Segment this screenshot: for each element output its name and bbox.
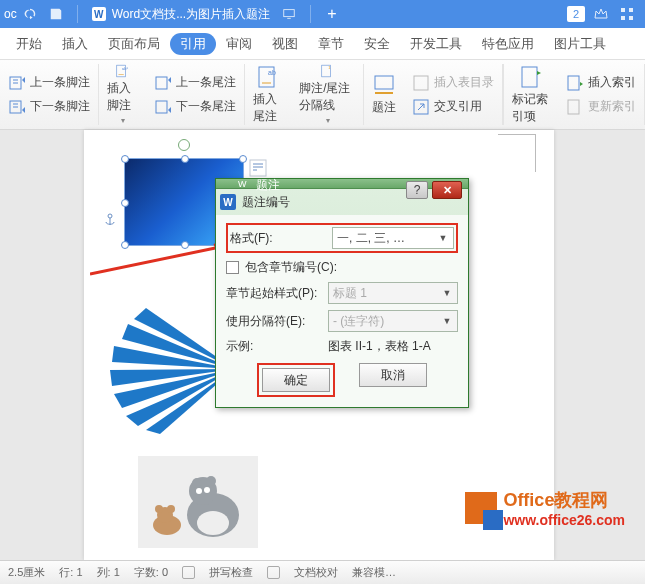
- crown-icon[interactable]: [593, 6, 609, 22]
- monitor-icon[interactable]: [282, 7, 296, 21]
- tab-security[interactable]: 安全: [354, 28, 400, 59]
- tab-developer[interactable]: 开发工具: [400, 28, 472, 59]
- ribbon-tabs: 开始 插入 页面布局 引用 审阅 视图 章节 安全 开发工具 特色应用 图片工具: [0, 28, 645, 60]
- status-measure: 2.5厘米: [8, 565, 45, 580]
- dropdown-arrow-icon: ▼: [435, 230, 451, 246]
- status-proofing[interactable]: 文档校对: [294, 565, 338, 580]
- next-endnote-button[interactable]: 下一条尾注: [154, 98, 236, 116]
- status-compat[interactable]: 兼容模…: [352, 565, 396, 580]
- group-footnote-small: 上一条脚注 下一条脚注: [0, 64, 99, 125]
- include-chapter-label: 包含章节编号(C):: [245, 259, 337, 276]
- svg-point-27: [196, 488, 202, 494]
- tab-view[interactable]: 视图: [262, 28, 308, 59]
- insert-footnote-icon: ab¹: [110, 64, 134, 78]
- svg-point-26: [206, 476, 216, 486]
- save-icon[interactable]: [49, 7, 63, 21]
- resize-handle-w[interactable]: [121, 199, 129, 207]
- insert-index-icon: [566, 74, 584, 92]
- tab-start[interactable]: 开始: [6, 28, 52, 59]
- svg-point-28: [204, 487, 210, 493]
- svg-rect-4: [629, 16, 633, 20]
- note-separator-button[interactable]: 1 脚注/尾注分隔线▾: [291, 64, 363, 125]
- tab-chapter[interactable]: 章节: [308, 28, 354, 59]
- apps-icon[interactable]: [619, 6, 635, 22]
- svg-rect-16: [414, 76, 428, 90]
- svg-point-32: [167, 505, 175, 513]
- tab-special[interactable]: 特色应用: [472, 28, 544, 59]
- insert-endnote-button[interactable]: ab 插入尾注: [245, 64, 292, 125]
- insert-footnote-button[interactable]: ab¹ 插入脚注▾: [99, 64, 146, 125]
- status-words: 字数: 0: [134, 565, 168, 580]
- resize-handle-nw[interactable]: [121, 155, 129, 163]
- prev-footnote-button[interactable]: 上一条脚注: [8, 74, 90, 92]
- window-titlebar: oc W Word文档技...为图片插入题注 + 2: [0, 0, 645, 28]
- new-tab-button[interactable]: +: [319, 5, 344, 23]
- tab-picturetools[interactable]: 图片工具: [544, 28, 616, 59]
- tab-insert[interactable]: 插入: [52, 28, 98, 59]
- include-chapter-row: 包含章节编号(C):: [226, 259, 458, 276]
- status-row: 行: 1: [59, 565, 82, 580]
- proofing-icon[interactable]: [267, 566, 280, 579]
- dropdown-icon[interactable]: ▾: [326, 116, 330, 125]
- resize-handle-ne[interactable]: [239, 155, 247, 163]
- cross-reference-button[interactable]: 交叉引用: [412, 98, 494, 116]
- svg-rect-20: [568, 100, 579, 114]
- mark-index-button[interactable]: 标记索引项: [503, 64, 558, 125]
- caption-button[interactable]: 题注: [363, 64, 404, 125]
- svg-text:ab: ab: [268, 69, 276, 76]
- insert-endnote-icon: ab: [256, 65, 280, 89]
- tab-review[interactable]: 审阅: [216, 28, 262, 59]
- page-corner-mark: [498, 134, 536, 172]
- status-bar: 2.5厘米 行: 1 列: 1 字数: 0 拼写检查 文档校对 兼容模…: [0, 560, 645, 584]
- sync-icon[interactable]: [23, 7, 37, 21]
- next-endnote-icon: [154, 98, 172, 116]
- dialog-title: 题注编号: [242, 194, 290, 211]
- dropdown-arrow-icon: ▼: [439, 285, 455, 301]
- dialog-close-button[interactable]: ✕: [432, 181, 462, 199]
- group-caption-extra: 插入表目录 交叉引用: [404, 64, 503, 125]
- include-chapter-checkbox[interactable]: [226, 261, 239, 274]
- insert-index-button[interactable]: 插入索引: [566, 74, 636, 92]
- insert-toc-button[interactable]: 插入表目录: [412, 74, 494, 92]
- svg-rect-9: [156, 77, 167, 89]
- cartoon-image: [138, 456, 258, 548]
- cancel-button[interactable]: 取消: [359, 363, 427, 387]
- svg-point-25: [192, 478, 202, 488]
- tab-pagelayout[interactable]: 页面布局: [98, 28, 170, 59]
- spellcheck-icon[interactable]: [182, 566, 195, 579]
- caption-number-dialog: W 题注 W 题注编号 ? ✕ 格式(F): 一, 二, 三, … ▼ 包含章节…: [215, 178, 469, 408]
- svg-text:ab¹: ab¹: [122, 66, 129, 71]
- tab-references[interactable]: 引用: [170, 33, 216, 55]
- update-index-button[interactable]: 更新索引: [566, 98, 636, 116]
- document-tab-title[interactable]: Word文档技...为图片插入题注: [112, 6, 270, 23]
- dropdown-icon[interactable]: ▾: [121, 116, 125, 125]
- dialog-help-button[interactable]: ?: [406, 181, 428, 199]
- notification-badge[interactable]: 2: [567, 6, 585, 22]
- status-col: 列: 1: [97, 565, 120, 580]
- svg-point-23: [197, 511, 229, 535]
- prev-footnote-icon: [8, 74, 26, 92]
- ok-button[interactable]: 确定: [262, 368, 330, 392]
- status-spellcheck[interactable]: 拼写检查: [209, 565, 253, 580]
- dialog-titlebar[interactable]: W 题注编号 ? ✕: [216, 189, 468, 215]
- svg-rect-10: [156, 101, 167, 113]
- anchor-icon: [103, 213, 117, 227]
- format-combo[interactable]: 一, 二, 三, … ▼: [332, 227, 454, 249]
- dialog-strip[interactable]: W 题注: [216, 179, 468, 189]
- group-index-extra: 插入索引 更新索引: [558, 64, 645, 125]
- separator-row: 使用分隔符(E): - (连字符) ▼: [226, 310, 458, 332]
- document-canvas[interactable]: W 题注 W 题注编号 ? ✕ 格式(F): 一, 二, 三, … ▼ 包含章节…: [0, 130, 645, 560]
- next-footnote-button[interactable]: 下一条脚注: [8, 98, 90, 116]
- insert-toc-icon: [412, 74, 430, 92]
- separator: [77, 5, 78, 23]
- svg-rect-0: [284, 10, 295, 17]
- svg-rect-18: [522, 67, 537, 87]
- svg-rect-1: [621, 8, 625, 12]
- layout-options-icon[interactable]: [249, 159, 267, 177]
- doc-ext: oc: [4, 7, 17, 21]
- prev-endnote-button[interactable]: 上一条尾注: [154, 74, 236, 92]
- rotation-handle[interactable]: [178, 139, 190, 151]
- ok-highlight: 确定: [257, 363, 335, 397]
- cross-reference-icon: [412, 98, 430, 116]
- resize-handle-n[interactable]: [181, 155, 189, 163]
